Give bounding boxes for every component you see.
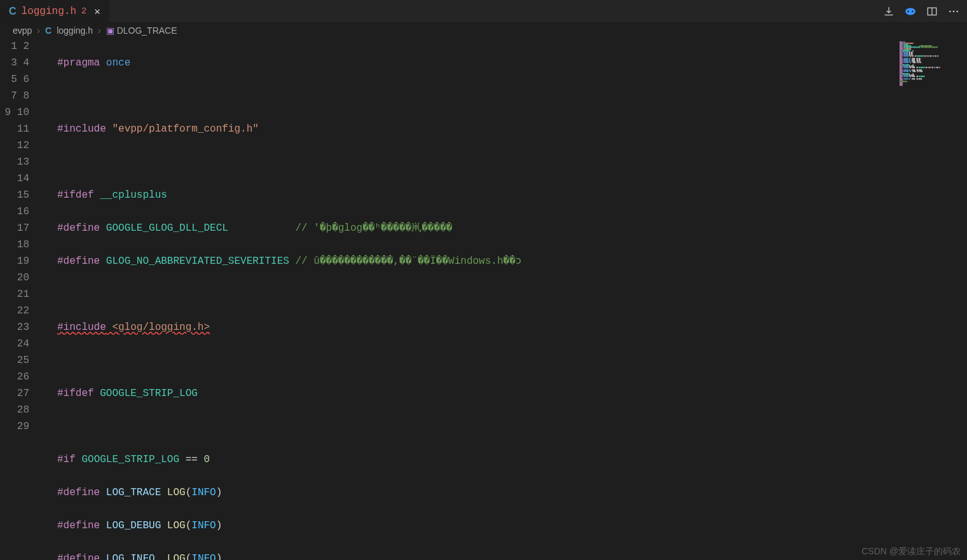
code-line[interactable] [57,418,967,435]
directive: #define [57,520,100,531]
svg-point-6 [953,10,955,12]
chevron-right-icon: › [37,25,40,36]
directive: #define [57,256,100,267]
split-editor-icon[interactable] [926,6,938,17]
line-number-gutter: 1 2 3 4 5 6 7 8 9 10 11 12 13 14 15 16 1… [0,38,45,435]
code-line[interactable] [57,154,967,170]
code-editor[interactable]: 1 2 3 4 5 6 7 8 9 10 11 12 13 14 15 16 1… [0,38,967,560]
svg-point-1 [907,10,909,12]
svg-point-0 [905,8,916,15]
keyword: once [106,57,130,69]
symbol-constant-icon: ▣ [106,25,114,36]
directive: #define [57,222,100,234]
pad [228,222,296,234]
tab-group: C logging.h 2 ✕ [0,0,110,22]
tab-title: logging.h [22,6,76,17]
directive: #define [57,553,100,560]
copilot-icon[interactable] [905,6,916,17]
directive: #include [57,123,106,135]
code-line[interactable]: #define LOG_TRACE LOG(INFO) [57,484,967,501]
constant: INFO [191,553,216,560]
tab-bar: C logging.h 2 ✕ [0,0,967,23]
code-line[interactable] [57,286,967,303]
download-icon[interactable] [883,6,895,17]
chevron-right-icon: › [98,25,101,36]
code-line[interactable]: #include <glog/logging.h> [57,319,967,336]
code-content[interactable]: #pragma once #include "evpp/platform_con… [57,38,967,560]
function: LOG [167,520,186,531]
code-line[interactable]: #pragma once [57,55,967,71]
breadcrumb-folder[interactable]: evpp [13,25,32,36]
tab-modified-badge: 2 [81,6,86,16]
function: LOG [167,553,186,560]
breadcrumb[interactable]: evpp › C logging.h › ▣ DLOG_TRACE [0,23,967,38]
tab-logging-h[interactable]: C logging.h 2 ✕ [0,0,110,22]
editor-actions [883,6,967,17]
number: 0 [203,454,210,465]
directive: #pragma [57,57,100,69]
macro: GLOG_NO_ABBREVIATED_SEVERITIES [106,256,289,267]
directive: #ifdef [57,189,94,201]
function: LOG [167,487,186,498]
operator: == [179,454,203,465]
directive: #define [57,487,100,498]
directive: #include [57,322,106,333]
more-icon[interactable] [948,6,959,17]
define-name: LOG_DEBUG [106,520,161,531]
directive: #if [57,454,76,465]
breadcrumb-symbol[interactable]: ▣ DLOG_TRACE [106,25,177,36]
c-file-icon: C [45,25,51,36]
macro: GOOGLE_GLOG_DLL_DECL [106,222,228,234]
breadcrumb-file[interactable]: logging.h [57,25,93,36]
directive: #ifdef [57,388,94,399]
macro: __cplusplus [100,189,167,201]
define-name: LOG_TRACE [106,487,161,498]
comment: // '�þ�glog��ʰ�����鼡����� [295,222,452,234]
code-line[interactable]: #define LOG_INFO LOG(INFO) [57,550,967,560]
minimap[interactable]: ████ ██ █████ ████████████ ████ ██████ █… [897,38,967,114]
string: "evpp/platform_config.h" [112,123,258,135]
breadcrumb-symbol-label: DLOG_TRACE [117,25,177,36]
code-line[interactable] [57,88,967,104]
constant: INFO [191,487,216,498]
code-line[interactable]: #define GLOG_NO_ABBREVIATED_SEVERITIES /… [57,253,967,270]
code-line[interactable]: #ifdef __cplusplus [57,187,967,203]
code-line[interactable]: #ifdef GOOGLE_STRIP_LOG [57,385,967,402]
close-icon[interactable]: ✕ [92,5,103,18]
svg-point-2 [912,10,914,12]
comment: // û������������,��¨��Ï��Windows.h��ɔ [289,256,522,267]
macro: GOOGLE_STRIP_LOG [81,454,179,465]
c-file-icon: C [9,6,17,17]
define-name: LOG_INFO [106,553,161,560]
code-line[interactable]: #define GOOGLE_GLOG_DLL_DECL // '�þ�glog… [57,220,967,236]
constant: INFO [191,520,216,531]
code-line[interactable] [57,352,967,369]
macro: GOOGLE_STRIP_LOG [100,388,198,399]
code-line[interactable]: #define LOG_DEBUG LOG(INFO) [57,517,967,534]
include-path: <glog/logging.h> [106,322,210,333]
code-line[interactable]: #if GOOGLE_STRIP_LOG == 0 [57,451,967,468]
svg-point-5 [949,10,951,12]
code-line[interactable]: #include "evpp/platform_config.h" [57,121,967,137]
svg-point-7 [956,10,958,12]
